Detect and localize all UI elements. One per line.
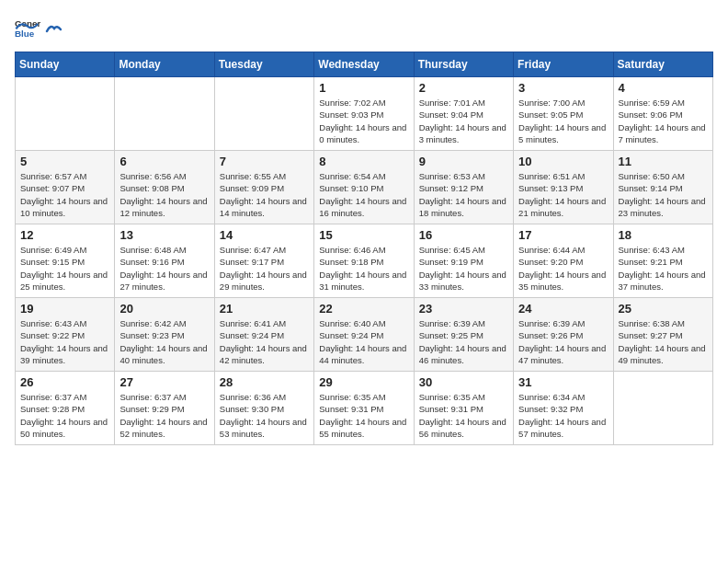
day-info: Sunrise: 6:43 AMSunset: 9:22 PMDaylight:… [20, 317, 109, 366]
day-number: 10 [518, 155, 608, 168]
day-info: Sunrise: 6:40 AMSunset: 9:24 PMDaylight:… [319, 317, 408, 366]
day-info: Sunrise: 6:44 AMSunset: 9:20 PMDaylight:… [518, 244, 608, 293]
calendar-cell: 3Sunrise: 7:00 AMSunset: 9:05 PMDaylight… [514, 77, 613, 151]
calendar-cell: 22Sunrise: 6:40 AMSunset: 9:24 PMDayligh… [314, 298, 414, 372]
day-number: 17 [518, 228, 608, 242]
day-number: 16 [419, 228, 508, 242]
day-info: Sunrise: 6:45 AMSunset: 9:19 PMDaylight:… [419, 244, 508, 293]
day-number: 1 [319, 81, 408, 95]
day-info: Sunrise: 6:54 AMSunset: 9:10 PMDaylight:… [319, 170, 408, 219]
day-info: Sunrise: 6:35 AMSunset: 9:31 PMDaylight:… [319, 391, 408, 440]
day-info: Sunrise: 6:37 AMSunset: 9:28 PMDaylight:… [20, 391, 109, 440]
day-info: Sunrise: 6:47 AMSunset: 9:17 PMDaylight:… [220, 244, 309, 293]
calendar-cell [613, 372, 712, 445]
day-number: 24 [518, 302, 608, 316]
calendar-cell [115, 77, 214, 151]
day-info: Sunrise: 6:55 AMSunset: 9:09 PMDaylight:… [220, 170, 309, 219]
day-number: 8 [319, 155, 408, 168]
calendar-week-5: 26Sunrise: 6:37 AMSunset: 9:28 PMDayligh… [16, 372, 713, 445]
calendar-cell [16, 77, 115, 151]
day-number: 27 [119, 375, 209, 389]
calendar-cell: 11Sunrise: 6:50 AMSunset: 9:14 PMDayligh… [613, 151, 712, 224]
day-info: Sunrise: 6:49 AMSunset: 9:15 PMDaylight:… [20, 244, 109, 293]
day-info: Sunrise: 7:02 AMSunset: 9:03 PMDaylight:… [319, 97, 408, 145]
day-info: Sunrise: 6:42 AMSunset: 9:23 PMDaylight:… [119, 317, 209, 366]
day-info: Sunrise: 6:38 AMSunset: 9:27 PMDaylight:… [619, 317, 708, 366]
calendar-table: SundayMondayTuesdayWednesdayThursdayFrid… [15, 52, 713, 445]
day-info: Sunrise: 6:37 AMSunset: 9:29 PMDaylight:… [119, 391, 209, 440]
calendar-cell: 30Sunrise: 6:35 AMSunset: 9:31 PMDayligh… [414, 372, 513, 445]
day-info: Sunrise: 6:43 AMSunset: 9:21 PMDaylight:… [619, 244, 708, 293]
calendar-cell: 1Sunrise: 7:02 AMSunset: 9:03 PMDaylight… [314, 77, 414, 151]
day-number: 30 [419, 375, 508, 389]
weekday-header-wednesday: Wednesday [314, 52, 414, 77]
calendar-cell: 17Sunrise: 6:44 AMSunset: 9:20 PMDayligh… [514, 224, 613, 298]
day-info: Sunrise: 6:36 AMSunset: 9:30 PMDaylight:… [220, 391, 309, 440]
day-number: 19 [20, 302, 109, 316]
calendar-week-3: 12Sunrise: 6:49 AMSunset: 9:15 PMDayligh… [16, 224, 713, 298]
weekday-header-row: SundayMondayTuesdayWednesdayThursdayFrid… [16, 52, 713, 77]
day-number: 12 [20, 228, 109, 242]
calendar-week-1: 1Sunrise: 7:02 AMSunset: 9:03 PMDaylight… [16, 77, 713, 151]
page-header: General Blue [15, 15, 713, 40]
day-info: Sunrise: 6:34 AMSunset: 9:32 PMDaylight:… [518, 391, 608, 440]
calendar-cell: 20Sunrise: 6:42 AMSunset: 9:23 PMDayligh… [115, 298, 214, 372]
calendar-cell [214, 77, 313, 151]
day-number: 28 [220, 375, 309, 389]
calendar-week-2: 5Sunrise: 6:57 AMSunset: 9:07 PMDaylight… [16, 151, 713, 224]
calendar-cell: 9Sunrise: 6:53 AMSunset: 9:12 PMDaylight… [414, 151, 513, 224]
calendar-cell: 4Sunrise: 6:59 AMSunset: 9:06 PMDaylight… [613, 77, 712, 151]
day-info: Sunrise: 6:46 AMSunset: 9:18 PMDaylight:… [319, 244, 408, 293]
day-number: 26 [20, 375, 109, 389]
day-number: 31 [518, 375, 608, 389]
calendar-cell: 18Sunrise: 6:43 AMSunset: 9:21 PMDayligh… [613, 224, 712, 298]
logo: General Blue [15, 15, 63, 40]
calendar-cell: 14Sunrise: 6:47 AMSunset: 9:17 PMDayligh… [214, 224, 313, 298]
calendar-cell: 8Sunrise: 6:54 AMSunset: 9:10 PMDaylight… [314, 151, 414, 224]
calendar-cell: 12Sunrise: 6:49 AMSunset: 9:15 PMDayligh… [16, 224, 115, 298]
calendar-cell: 24Sunrise: 6:39 AMSunset: 9:26 PMDayligh… [514, 298, 613, 372]
day-number: 9 [419, 155, 508, 168]
day-info: Sunrise: 6:41 AMSunset: 9:24 PMDaylight:… [220, 317, 309, 366]
calendar-cell: 16Sunrise: 6:45 AMSunset: 9:19 PMDayligh… [414, 224, 513, 298]
weekday-header-sunday: Sunday [16, 52, 115, 77]
logo-bird-icon [45, 22, 62, 39]
day-info: Sunrise: 6:39 AMSunset: 9:25 PMDaylight:… [419, 317, 508, 366]
calendar-cell: 15Sunrise: 6:46 AMSunset: 9:18 PMDayligh… [314, 224, 414, 298]
calendar-cell: 25Sunrise: 6:38 AMSunset: 9:27 PMDayligh… [613, 298, 712, 372]
day-info: Sunrise: 7:00 AMSunset: 9:05 PMDaylight:… [518, 97, 608, 145]
day-info: Sunrise: 6:48 AMSunset: 9:16 PMDaylight:… [119, 244, 209, 293]
weekday-header-saturday: Saturday [613, 52, 712, 77]
calendar-cell: 23Sunrise: 6:39 AMSunset: 9:25 PMDayligh… [414, 298, 513, 372]
logo-icon: General Blue [15, 15, 40, 40]
calendar-cell: 31Sunrise: 6:34 AMSunset: 9:32 PMDayligh… [514, 372, 613, 445]
calendar-cell: 29Sunrise: 6:35 AMSunset: 9:31 PMDayligh… [314, 372, 414, 445]
svg-text:Blue: Blue [15, 29, 35, 39]
calendar-cell: 28Sunrise: 6:36 AMSunset: 9:30 PMDayligh… [214, 372, 313, 445]
day-number: 2 [419, 81, 508, 95]
weekday-header-tuesday: Tuesday [214, 52, 313, 77]
day-number: 14 [220, 228, 309, 242]
day-number: 4 [619, 81, 708, 95]
calendar-cell: 10Sunrise: 6:51 AMSunset: 9:13 PMDayligh… [514, 151, 613, 224]
weekday-header-monday: Monday [115, 52, 214, 77]
day-number: 20 [119, 302, 209, 316]
weekday-header-thursday: Thursday [414, 52, 513, 77]
day-info: Sunrise: 6:59 AMSunset: 9:06 PMDaylight:… [619, 97, 708, 145]
calendar-cell: 21Sunrise: 6:41 AMSunset: 9:24 PMDayligh… [214, 298, 313, 372]
day-number: 22 [319, 302, 408, 316]
calendar-cell: 2Sunrise: 7:01 AMSunset: 9:04 PMDaylight… [414, 77, 513, 151]
day-number: 3 [518, 81, 608, 95]
day-info: Sunrise: 7:01 AMSunset: 9:04 PMDaylight:… [419, 97, 508, 145]
day-info: Sunrise: 6:51 AMSunset: 9:13 PMDaylight:… [518, 170, 608, 219]
day-number: 11 [619, 155, 708, 168]
calendar-cell: 27Sunrise: 6:37 AMSunset: 9:29 PMDayligh… [115, 372, 214, 445]
day-number: 15 [319, 228, 408, 242]
calendar-cell: 26Sunrise: 6:37 AMSunset: 9:28 PMDayligh… [16, 372, 115, 445]
day-number: 18 [619, 228, 708, 242]
calendar-cell: 19Sunrise: 6:43 AMSunset: 9:22 PMDayligh… [16, 298, 115, 372]
day-number: 7 [220, 155, 309, 168]
day-info: Sunrise: 6:39 AMSunset: 9:26 PMDaylight:… [518, 317, 608, 366]
calendar-cell: 6Sunrise: 6:56 AMSunset: 9:08 PMDaylight… [115, 151, 214, 224]
calendar-cell: 5Sunrise: 6:57 AMSunset: 9:07 PMDaylight… [16, 151, 115, 224]
